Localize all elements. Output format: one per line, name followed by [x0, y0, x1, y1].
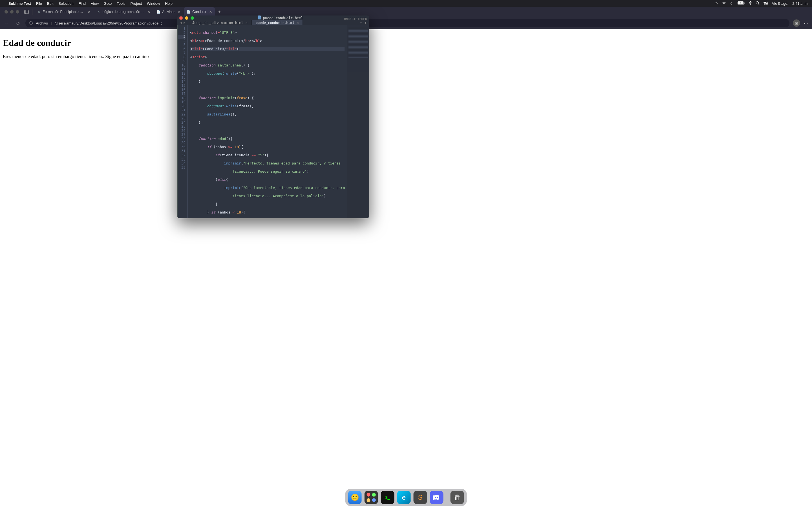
- page-content: Edad de conducir Eres menor de edad, per…: [0, 29, 812, 507]
- zoom-window-icon[interactable]: [191, 16, 194, 20]
- minimap[interactable]: [347, 25, 369, 218]
- dock: 🙂 $_ e S 🗑: [345, 489, 467, 506]
- new-tab-button[interactable]: +: [215, 8, 223, 16]
- browser-window: a Formación Principiante en Programación…: [0, 7, 812, 507]
- tab-label: Formación Principiante en Programación: [43, 10, 85, 14]
- dock-app-edge[interactable]: e: [397, 491, 411, 504]
- menu-project[interactable]: Project: [131, 1, 142, 6]
- menu-file[interactable]: File: [36, 1, 42, 6]
- browser-toolbar: ← ⟳ ⓘ Archivo | /Users/amaury/Desktop/Lo…: [0, 17, 812, 29]
- dock-app-discord[interactable]: [430, 491, 444, 504]
- favicon-file-icon: 📄: [156, 10, 160, 14]
- back-button[interactable]: ←: [3, 19, 11, 27]
- svg-rect-9: [24, 10, 29, 14]
- sublime-tabbar: ◀ ▶ Juego_de_adivinacion.html ✕ puede_co…: [177, 20, 369, 25]
- profile-avatar[interactable]: ◉: [793, 19, 800, 27]
- svg-rect-1: [744, 2, 744, 4]
- bluetooth-icon[interactable]: [749, 1, 752, 6]
- window-controls[interactable]: [2, 10, 22, 13]
- control-center-icon[interactable]: [763, 1, 768, 6]
- svg-point-3: [756, 1, 758, 4]
- tab-close-icon[interactable]: ✕: [88, 10, 91, 14]
- editor-tab[interactable]: Juego_de_adivinacion.html ✕: [188, 20, 252, 25]
- menu-window[interactable]: Window: [147, 1, 160, 6]
- menu-view[interactable]: View: [91, 1, 99, 6]
- menubar-app-name[interactable]: Sublime Text: [8, 1, 31, 6]
- favicon-file-icon: 📄: [187, 10, 191, 14]
- url-protocol: Archivo: [36, 21, 48, 25]
- editor-tab[interactable]: puede_conducir.html ✕: [252, 20, 303, 25]
- minimize-window-icon[interactable]: [185, 16, 188, 20]
- close-window-icon[interactable]: [179, 16, 183, 20]
- sublime-titlebar[interactable]: puede_conducir.html: [177, 15, 369, 20]
- tab-label: Juego_de_adivinacion.html: [192, 21, 243, 25]
- browser-tabstrip: a Formación Principiante en Programación…: [0, 7, 812, 17]
- dock-trash[interactable]: 🗑: [451, 491, 464, 504]
- sublime-window: puede_conducir.html UNREGISTERED ◀ ▶ Jue…: [177, 15, 369, 218]
- dock-app-sublime[interactable]: S: [414, 491, 427, 504]
- tab-label: puede_conducir.html: [256, 21, 294, 25]
- unregistered-label: UNREGISTERED: [344, 17, 367, 20]
- reload-button[interactable]: ⟳: [14, 19, 22, 27]
- spotlight-icon[interactable]: [756, 1, 760, 6]
- tab-history-nav[interactable]: ◀ ▶: [177, 20, 188, 25]
- tab-label: Adivinar: [162, 10, 175, 14]
- svg-rect-7: [765, 3, 768, 4]
- svg-point-11: [435, 497, 437, 498]
- line-number-gutter[interactable]: 1234 5678 9101112 13141516 17181920 2122…: [177, 25, 188, 218]
- favicon-alura-icon: a: [97, 10, 101, 14]
- file-icon: [258, 15, 261, 20]
- browser-tab[interactable]: a Formación Principiante en Programación…: [34, 7, 93, 16]
- address-bar[interactable]: ⓘ Archivo | /Users/amaury/Desktop/Logica…: [26, 19, 790, 27]
- menu-find[interactable]: Find: [79, 1, 86, 6]
- menubar-date[interactable]: Vie 5 ago.: [772, 1, 788, 6]
- more-menu-icon[interactable]: ⋯: [804, 20, 809, 26]
- url-path: /Users/amaury/Desktop/Logica%20de%20Prog…: [55, 21, 162, 25]
- code-editor[interactable]: <meta charset="UTF-8"> <h1><br>Edad de c…: [188, 25, 347, 218]
- menu-goto[interactable]: Goto: [104, 1, 112, 6]
- browser-tab[interactable]: 📄 Adivinar ✕: [154, 7, 183, 16]
- tab-close-icon[interactable]: ✕: [246, 21, 248, 25]
- menu-edit[interactable]: Edit: [47, 1, 53, 6]
- menu-tools[interactable]: Tools: [117, 1, 125, 6]
- browser-tab[interactable]: a Lógica de programación parte ✕: [94, 7, 153, 16]
- wifi-icon[interactable]: [722, 1, 726, 6]
- tab-close-icon[interactable]: ✕: [147, 10, 150, 14]
- macos-menubar: Sublime Text File Edit Selection Find Vi…: [0, 0, 812, 7]
- menu-selection[interactable]: Selection: [58, 1, 73, 6]
- status-arc-icon[interactable]: ◠: [715, 1, 718, 6]
- svg-point-8: [764, 3, 765, 4]
- dock-app-terminal[interactable]: $_: [381, 491, 395, 504]
- dock-app-finder[interactable]: 🙂: [348, 491, 362, 504]
- battery-icon[interactable]: [738, 1, 745, 6]
- page-text: Eres menor de edad, pero sin embargo tie…: [3, 54, 809, 59]
- svg-point-12: [437, 497, 438, 498]
- do-not-disturb-icon[interactable]: ☾: [730, 1, 733, 6]
- svg-line-4: [758, 4, 759, 5]
- tab-close-icon[interactable]: ✕: [297, 21, 299, 25]
- sidebar-toggle-icon[interactable]: [22, 8, 31, 16]
- tab-close-icon[interactable]: ✕: [209, 10, 212, 14]
- menu-help[interactable]: Help: [165, 1, 172, 6]
- tab-close-icon[interactable]: ✕: [177, 10, 181, 14]
- svg-rect-5: [763, 2, 766, 3]
- menubar-time[interactable]: 2:41 a. m.: [792, 1, 809, 6]
- tab-overflow-controls[interactable]: ＋ ▼: [356, 20, 369, 25]
- browser-tab[interactable]: 📄 Conducir ✕: [184, 7, 215, 16]
- window-title: puede_conducir.html: [263, 16, 303, 20]
- page-heading: Edad de conducir: [3, 38, 809, 48]
- dock-app-launchpad[interactable]: [364, 491, 378, 504]
- favicon-alura-icon: a: [37, 10, 41, 14]
- svg-point-6: [767, 2, 768, 3]
- window-controls[interactable]: [179, 16, 194, 20]
- tab-label: Conducir: [192, 10, 206, 14]
- tab-label: Lógica de programación parte: [102, 10, 145, 14]
- site-info-icon[interactable]: ⓘ: [29, 20, 33, 25]
